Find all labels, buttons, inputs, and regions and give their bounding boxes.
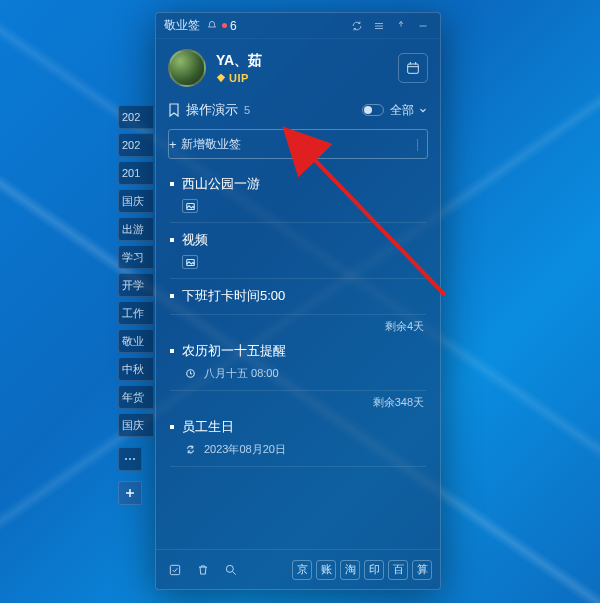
section-title: 操作演示	[186, 101, 238, 119]
bullet-icon	[170, 182, 174, 186]
filter-toggle[interactable]	[362, 104, 384, 116]
side-tab[interactable]: 年货	[118, 385, 154, 409]
brand-shortcut[interactable]: 京	[292, 560, 312, 580]
notification-indicator[interactable]: 6	[206, 19, 237, 33]
side-tab[interactable]: 中秋	[118, 357, 154, 381]
section-header: 操作演示 5 全部	[156, 95, 440, 125]
list-item[interactable]: 员工生日 2023年08月20日	[160, 410, 436, 467]
complete-button[interactable]	[164, 559, 186, 581]
add-tab-button[interactable]	[118, 481, 142, 505]
avatar[interactable]	[168, 49, 206, 87]
svg-rect-3	[408, 64, 419, 73]
side-tab[interactable]: 敬业	[118, 329, 154, 353]
image-icon	[182, 199, 198, 213]
list-item[interactable]: 下班打卡时间5:00	[160, 279, 436, 315]
search-button[interactable]	[220, 559, 242, 581]
bottom-toolbar: 京 账 淘 印 百 算	[156, 549, 440, 589]
brand-shortcut[interactable]: 印	[364, 560, 384, 580]
list-item[interactable]: 视频	[160, 223, 436, 279]
svg-point-2	[133, 458, 135, 460]
item-title: 农历初一十五提醒	[182, 342, 286, 360]
note-list: 西山公园一游 视频 下班打卡时间5:00 剩余4天 农历初一十五提醒 八月十五 …	[156, 167, 440, 549]
remaining-label: 剩余4天	[160, 315, 436, 334]
image-icon	[182, 255, 198, 269]
titlebar: 敬业签 6	[156, 13, 440, 39]
minimize-icon[interactable]	[414, 17, 432, 35]
side-tab[interactable]: 国庆	[118, 189, 154, 213]
item-meta-text: 2023年08月20日	[204, 442, 286, 457]
bullet-icon	[170, 349, 174, 353]
side-tab[interactable]: 开学	[118, 273, 154, 297]
item-title: 员工生日	[182, 418, 234, 436]
brand-shortcut[interactable]: 账	[316, 560, 336, 580]
more-tabs-button[interactable]	[118, 447, 142, 471]
svg-point-0	[125, 458, 127, 460]
list-item[interactable]: 西山公园一游	[160, 167, 436, 223]
left-tab-strip: 202 202 201 国庆 出游 学习 开学 工作 敬业 中秋 年货 国庆	[118, 105, 154, 505]
bullet-icon	[170, 238, 174, 242]
brand-shortcut[interactable]: 算	[412, 560, 432, 580]
trash-button[interactable]	[192, 559, 214, 581]
side-tab[interactable]: 出游	[118, 217, 154, 241]
app-panel: 敬业签 6 YA、茹 UIP 操作演示 5 全部	[155, 12, 441, 590]
item-title: 下班打卡时间5:00	[182, 287, 285, 305]
app-name: 敬业签	[164, 17, 200, 34]
vip-badge: UIP	[216, 72, 262, 84]
add-note-label: 新增敬业签	[181, 136, 241, 153]
clock-icon	[182, 367, 198, 381]
add-note-button[interactable]: + 新增敬业签 |	[168, 129, 428, 159]
brand-shortcut[interactable]: 百	[388, 560, 408, 580]
repeat-icon	[182, 443, 198, 457]
svg-rect-7	[170, 565, 179, 574]
bookmark-icon	[168, 103, 180, 117]
notification-count: 6	[230, 19, 237, 33]
side-tab[interactable]: 学习	[118, 245, 154, 269]
brand-shortcut[interactable]: 淘	[340, 560, 360, 580]
profile-row: YA、茹 UIP	[156, 39, 440, 95]
side-tab[interactable]: 201	[118, 161, 154, 185]
plus-icon: +	[169, 137, 177, 152]
list-item[interactable]: 农历初一十五提醒 八月十五 08:00	[160, 334, 436, 391]
item-title: 视频	[182, 231, 208, 249]
side-tab[interactable]: 国庆	[118, 413, 154, 437]
side-tab[interactable]: 202	[118, 133, 154, 157]
pin-icon[interactable]	[392, 17, 410, 35]
sync-icon[interactable]	[348, 17, 366, 35]
side-tab[interactable]: 工作	[118, 301, 154, 325]
svg-point-1	[129, 458, 131, 460]
brand-shortcuts: 京 账 淘 印 百 算	[292, 560, 432, 580]
diamond-icon	[216, 73, 226, 83]
menu-icon[interactable]	[370, 17, 388, 35]
item-title: 西山公园一游	[182, 175, 260, 193]
divider: |	[416, 137, 419, 151]
filter-label[interactable]: 全部	[390, 102, 414, 119]
calendar-button[interactable]	[398, 53, 428, 83]
chevron-down-icon[interactable]	[418, 105, 428, 115]
item-meta-text: 八月十五 08:00	[204, 366, 279, 381]
calendar-icon	[405, 60, 421, 76]
side-tab[interactable]: 202	[118, 105, 154, 129]
remaining-label: 剩余348天	[160, 391, 436, 410]
section-count: 5	[244, 104, 250, 116]
notification-dot	[222, 23, 227, 28]
svg-point-8	[226, 565, 233, 572]
bullet-icon	[170, 425, 174, 429]
bullet-icon	[170, 294, 174, 298]
bell-icon	[206, 20, 218, 32]
username: YA、茹	[216, 52, 262, 70]
